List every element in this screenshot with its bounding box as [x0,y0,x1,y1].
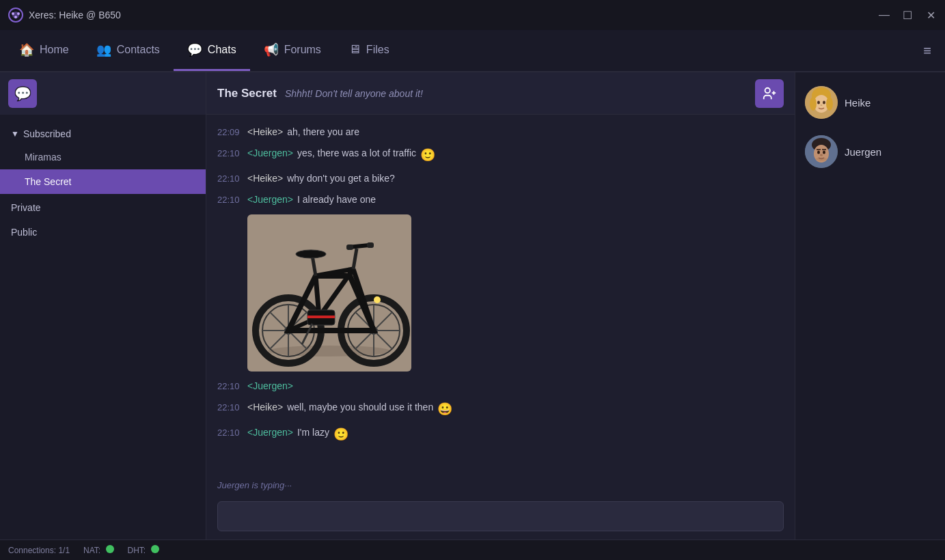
hamburger-menu[interactable]: ≡ [915,38,940,64]
msg-time: 22:10 [217,401,243,415]
svg-point-9 [268,346,391,356]
svg-point-65 [816,157,827,161]
msg-time: 22:10 [217,147,243,160]
svg-point-40 [296,250,326,258]
svg-point-3 [17,12,20,15]
chat-area: The Secret Shhht! Don't tell anyone abou… [206,72,795,540]
msg-time: 22:10 [217,193,243,207]
sidebar-group-private[interactable]: Private [0,194,206,219]
member-juergen[interactable]: Juergen [795,130,945,173]
dht-dot [151,545,159,553]
titlebar-controls: — ☐ ✕ [878,9,937,21]
sidebar-section: ▼ Subscribed Miramas The Secret Private … [0,115,206,249]
nav-contacts[interactable]: 👥 Contacts [83,30,174,71]
chat-input[interactable] [217,501,784,531]
message-row: 22:10 <Juergen> [217,377,784,395]
message-row: 22:10 <Juergen> yes, there was a lot of … [217,144,784,167]
msg-sender: <Juergen> [247,379,293,393]
sidebar-group-public[interactable]: Public [0,219,206,243]
maximize-button[interactable]: ☐ [901,9,914,21]
nat-status: NAT: [83,545,113,555]
member-heike-name: Heike [845,97,871,109]
member-juergen-name: Juergen [845,146,881,158]
dht-status: DHT: [128,545,159,555]
app-title: Xeres: Heike @ B650 [29,10,121,20]
home-icon: 🏠 [19,42,34,57]
sidebar-item-the-secret[interactable]: The Secret [0,169,206,194]
avatar-juergen [805,135,838,168]
main-content: 💬 ▼ Subscribed Miramas The Secret Privat… [0,72,945,540]
msg-text: well, maybe you should use it then [287,400,433,415]
avatar-heike [805,86,838,119]
sidebar-item-miramas[interactable]: Miramas [0,145,206,169]
messages-area[interactable]: 22:09 <Heike> ah, there you are 22:10 <J… [206,115,795,475]
typing-indicator: Juergen is typing··· [206,475,795,496]
nav-forums-label: Forums [284,44,321,56]
add-user-button[interactable] [755,79,784,108]
sidebar-item-the-secret-label: The Secret [25,176,71,187]
svg-rect-46 [307,316,335,318]
nav-items: 🏠 Home 👥 Contacts 💬 Chats 📢 Forums 🖥 Fil… [5,30,403,71]
msg-text: yes, there was a lot of traffic [297,146,416,160]
minimize-button[interactable]: — [878,9,890,21]
app-icon [8,8,23,23]
nav-forums[interactable]: 📢 Forums [250,30,335,71]
connections-status: Connections: 1/1 [8,546,70,555]
sidebar-item-miramas-label: Miramas [25,152,61,163]
chat-title: The Secret [217,87,277,100]
nav-home-label: Home [40,44,69,56]
chevron-down-icon: ▼ [11,129,19,139]
sidebar-chat-button[interactable]: 💬 [8,79,37,108]
typing-text: Juergen is typing··· [217,480,292,490]
message-row: 22:09 <Heike> ah, there you are [217,123,784,141]
nav-files-label: Files [366,44,389,56]
emoji-icon: 🙂 [420,146,435,165]
nav-contacts-label: Contacts [117,44,160,56]
right-panel: Heike [795,72,945,540]
message-image [247,214,411,372]
emoji-icon: 😀 [437,400,452,419]
contacts-icon: 👥 [96,42,111,57]
files-icon: 🖥 [348,42,361,57]
member-heike[interactable]: Heike [795,81,945,124]
sidebar-header: 💬 [0,72,206,115]
statusbar: Connections: 1/1 NAT: DHT: [0,540,945,560]
msg-time: 22:10 [217,426,243,440]
nav-chats[interactable]: 💬 Chats [174,30,250,71]
nav-files[interactable]: 🖥 Files [335,30,403,71]
forums-icon: 📢 [264,42,279,57]
msg-time: 22:09 [217,126,243,139]
msg-sender: <Heike> [247,400,283,415]
msg-time: 22:10 [217,172,243,186]
sidebar: 💬 ▼ Subscribed Miramas The Secret Privat… [0,72,206,540]
msg-time: 22:10 [217,380,243,393]
chat-subtitle: Shhht! Don't tell anyone about it! [285,88,423,99]
svg-rect-43 [346,244,353,250]
sidebar-group-subscribed[interactable]: ▼ Subscribed [0,120,206,145]
svg-point-54 [821,104,823,106]
msg-text: why don't you get a bike? [287,171,395,186]
svg-point-52 [817,101,820,104]
svg-point-64 [820,154,823,156]
nat-dot [106,545,114,553]
close-button[interactable]: ✕ [925,9,937,21]
svg-point-56 [826,97,833,111]
sidebar-group-subscribed-label: Subscribed [23,128,71,139]
msg-sender: <Heike> [247,171,283,186]
svg-point-4 [14,16,17,18]
message-row: 22:10 <Juergen> I already have one [217,191,784,209]
svg-point-2 [12,12,14,15]
msg-sender: <Heike> [247,125,283,139]
message-row: 22:10 <Heike> why don't you get a bike? [217,169,784,188]
titlebar-left: Xeres: Heike @ B650 [8,8,121,23]
message-image-container [247,214,784,372]
svg-point-55 [810,97,817,111]
svg-rect-44 [367,242,374,248]
sidebar-group-public-label: Public [11,227,37,238]
msg-text: I already have one [297,193,376,207]
svg-point-61 [823,151,825,154]
message-row: 22:10 <Juergen> I'm lazy 🙂 [217,423,784,446]
msg-sender: <Juergen> [247,425,293,440]
nav-home[interactable]: 🏠 Home [5,30,83,71]
navbar: 🏠 Home 👥 Contacts 💬 Chats 📢 Forums 🖥 Fil… [0,30,945,72]
